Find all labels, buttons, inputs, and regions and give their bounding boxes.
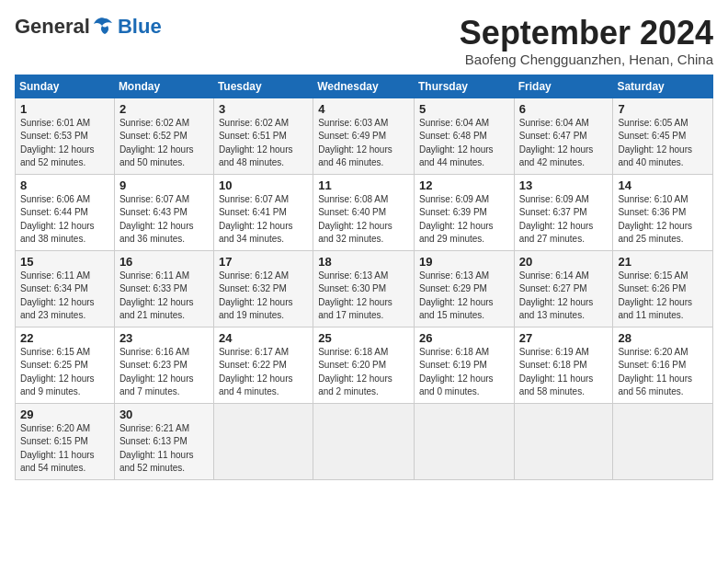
- day-info: Sunrise: 6:15 AM Sunset: 6:25 PM Dayligh…: [20, 346, 109, 399]
- day-number: 17: [219, 255, 308, 269]
- title-area: September 2024 Baofeng Chengguanzhen, He…: [460, 15, 713, 67]
- logo-blue-text: Blue: [118, 15, 162, 39]
- day-info: Sunrise: 6:07 AM Sunset: 6:43 PM Dayligh…: [119, 193, 209, 247]
- day-number: 3: [219, 102, 308, 116]
- day-number: 13: [519, 178, 609, 192]
- day-info: Sunrise: 6:09 AM Sunset: 6:39 PM Dayligh…: [419, 193, 509, 247]
- day-info: Sunrise: 6:20 AM Sunset: 6:15 PM Dayligh…: [20, 422, 109, 476]
- day-number: 11: [318, 178, 409, 192]
- day-info: Sunrise: 6:18 AM Sunset: 6:19 PM Dayligh…: [419, 346, 509, 399]
- day-info: Sunrise: 6:11 AM Sunset: 6:33 PM Dayligh…: [119, 270, 209, 323]
- day-info: Sunrise: 6:04 AM Sunset: 6:47 PM Dayligh…: [519, 117, 609, 170]
- day-info: Sunrise: 6:02 AM Sunset: 6:52 PM Dayligh…: [119, 117, 209, 170]
- calendar-cell: 4Sunrise: 6:03 AM Sunset: 6:49 PM Daylig…: [313, 98, 415, 174]
- calendar-cell: 11Sunrise: 6:08 AM Sunset: 6:40 PM Dayli…: [313, 174, 415, 250]
- calendar-cell: 19Sunrise: 6:13 AM Sunset: 6:29 PM Dayli…: [414, 250, 514, 327]
- day-info: Sunrise: 6:08 AM Sunset: 6:40 PM Dayligh…: [318, 193, 409, 247]
- day-info: Sunrise: 6:19 AM Sunset: 6:18 PM Dayligh…: [519, 346, 609, 399]
- weekday-header-tuesday: Tuesday: [213, 75, 313, 98]
- calendar-week-row: 1Sunrise: 6:01 AM Sunset: 6:53 PM Daylig…: [16, 98, 713, 174]
- day-number: 10: [219, 178, 308, 192]
- month-title: September 2024: [460, 15, 713, 52]
- weekday-header-saturday: Saturday: [613, 75, 713, 98]
- calendar-week-row: 15Sunrise: 6:11 AM Sunset: 6:34 PM Dayli…: [16, 250, 713, 327]
- calendar-cell: 10Sunrise: 6:07 AM Sunset: 6:41 PM Dayli…: [213, 174, 313, 250]
- day-info: Sunrise: 6:09 AM Sunset: 6:37 PM Dayligh…: [519, 193, 609, 247]
- day-info: Sunrise: 6:10 AM Sunset: 6:36 PM Dayligh…: [618, 193, 708, 247]
- calendar-cell: 25Sunrise: 6:18 AM Sunset: 6:20 PM Dayli…: [313, 327, 415, 403]
- day-info: Sunrise: 6:13 AM Sunset: 6:29 PM Dayligh…: [419, 270, 509, 323]
- calendar-cell: 26Sunrise: 6:18 AM Sunset: 6:19 PM Dayli…: [414, 327, 514, 403]
- day-info: Sunrise: 6:02 AM Sunset: 6:51 PM Dayligh…: [219, 117, 308, 170]
- calendar-cell: 23Sunrise: 6:16 AM Sunset: 6:23 PM Dayli…: [114, 327, 213, 403]
- calendar-cell: 16Sunrise: 6:11 AM Sunset: 6:33 PM Dayli…: [114, 250, 213, 327]
- day-number: 22: [20, 331, 109, 345]
- calendar-cell: [213, 403, 313, 479]
- weekday-header-monday: Monday: [114, 75, 213, 98]
- logo: General Blue: [15, 15, 162, 39]
- day-info: Sunrise: 6:06 AM Sunset: 6:44 PM Dayligh…: [20, 193, 109, 247]
- calendar-cell: 3Sunrise: 6:02 AM Sunset: 6:51 PM Daylig…: [213, 98, 313, 174]
- weekday-header-wednesday: Wednesday: [313, 75, 415, 98]
- weekday-header-row: SundayMondayTuesdayWednesdayThursdayFrid…: [16, 75, 713, 98]
- calendar-cell: [613, 403, 713, 479]
- location-subtitle: Baofeng Chengguanzhen, Henan, China: [460, 52, 713, 67]
- calendar-cell: 29Sunrise: 6:20 AM Sunset: 6:15 PM Dayli…: [16, 403, 115, 479]
- calendar-cell: 7Sunrise: 6:05 AM Sunset: 6:45 PM Daylig…: [613, 98, 713, 174]
- day-info: Sunrise: 6:01 AM Sunset: 6:53 PM Dayligh…: [20, 117, 109, 170]
- day-number: 29: [20, 408, 109, 421]
- day-number: 1: [20, 102, 109, 116]
- calendar-cell: 6Sunrise: 6:04 AM Sunset: 6:47 PM Daylig…: [514, 98, 613, 174]
- calendar-body: 1Sunrise: 6:01 AM Sunset: 6:53 PM Daylig…: [16, 98, 713, 479]
- day-number: 2: [119, 102, 209, 116]
- calendar-cell: 13Sunrise: 6:09 AM Sunset: 6:37 PM Dayli…: [514, 174, 613, 250]
- weekday-header-friday: Friday: [514, 75, 613, 98]
- calendar-cell: 22Sunrise: 6:15 AM Sunset: 6:25 PM Dayli…: [16, 327, 115, 403]
- day-info: Sunrise: 6:17 AM Sunset: 6:22 PM Dayligh…: [219, 346, 308, 399]
- calendar-cell: [313, 403, 415, 479]
- day-info: Sunrise: 6:12 AM Sunset: 6:32 PM Dayligh…: [219, 270, 308, 323]
- day-info: Sunrise: 6:03 AM Sunset: 6:49 PM Dayligh…: [318, 117, 409, 170]
- calendar-cell: 28Sunrise: 6:20 AM Sunset: 6:16 PM Dayli…: [613, 327, 713, 403]
- day-info: Sunrise: 6:13 AM Sunset: 6:30 PM Dayligh…: [318, 270, 409, 323]
- logo-general-text: General: [15, 15, 90, 39]
- calendar-cell: [414, 403, 514, 479]
- day-number: 27: [519, 331, 609, 345]
- day-number: 15: [20, 255, 109, 269]
- day-info: Sunrise: 6:16 AM Sunset: 6:23 PM Dayligh…: [119, 346, 209, 399]
- day-number: 8: [20, 178, 109, 192]
- day-info: Sunrise: 6:05 AM Sunset: 6:45 PM Dayligh…: [618, 117, 708, 170]
- calendar-cell: 17Sunrise: 6:12 AM Sunset: 6:32 PM Dayli…: [213, 250, 313, 327]
- day-number: 18: [318, 255, 409, 269]
- day-number: 14: [618, 178, 708, 192]
- day-info: Sunrise: 6:15 AM Sunset: 6:26 PM Dayligh…: [618, 270, 708, 323]
- calendar-cell: 9Sunrise: 6:07 AM Sunset: 6:43 PM Daylig…: [114, 174, 213, 250]
- day-number: 23: [119, 331, 209, 345]
- calendar-cell: 1Sunrise: 6:01 AM Sunset: 6:53 PM Daylig…: [16, 98, 115, 174]
- calendar-cell: 5Sunrise: 6:04 AM Sunset: 6:48 PM Daylig…: [414, 98, 514, 174]
- calendar-cell: 27Sunrise: 6:19 AM Sunset: 6:18 PM Dayli…: [514, 327, 613, 403]
- calendar-cell: 14Sunrise: 6:10 AM Sunset: 6:36 PM Dayli…: [613, 174, 713, 250]
- day-number: 19: [419, 255, 509, 269]
- day-info: Sunrise: 6:11 AM Sunset: 6:34 PM Dayligh…: [20, 270, 109, 323]
- day-number: 5: [419, 102, 509, 116]
- calendar-cell: 21Sunrise: 6:15 AM Sunset: 6:26 PM Dayli…: [613, 250, 713, 327]
- day-number: 7: [618, 102, 708, 116]
- calendar-cell: 15Sunrise: 6:11 AM Sunset: 6:34 PM Dayli…: [16, 250, 115, 327]
- calendar-week-row: 8Sunrise: 6:06 AM Sunset: 6:44 PM Daylig…: [16, 174, 713, 250]
- calendar-table: SundayMondayTuesdayWednesdayThursdayFrid…: [15, 75, 713, 480]
- day-number: 28: [618, 331, 708, 345]
- calendar-cell: [514, 403, 613, 479]
- calendar-cell: 12Sunrise: 6:09 AM Sunset: 6:39 PM Dayli…: [414, 174, 514, 250]
- calendar-cell: 20Sunrise: 6:14 AM Sunset: 6:27 PM Dayli…: [514, 250, 613, 327]
- day-number: 9: [119, 178, 209, 192]
- calendar-cell: 18Sunrise: 6:13 AM Sunset: 6:30 PM Dayli…: [313, 250, 415, 327]
- day-number: 25: [318, 331, 409, 345]
- day-number: 30: [119, 408, 209, 421]
- day-info: Sunrise: 6:20 AM Sunset: 6:16 PM Dayligh…: [618, 346, 708, 399]
- page-header: General Blue September 2024 Baofeng Chen…: [15, 15, 713, 67]
- calendar-cell: 2Sunrise: 6:02 AM Sunset: 6:52 PM Daylig…: [114, 98, 213, 174]
- day-info: Sunrise: 6:14 AM Sunset: 6:27 PM Dayligh…: [519, 270, 609, 323]
- day-number: 26: [419, 331, 509, 345]
- day-info: Sunrise: 6:21 AM Sunset: 6:13 PM Dayligh…: [119, 422, 209, 476]
